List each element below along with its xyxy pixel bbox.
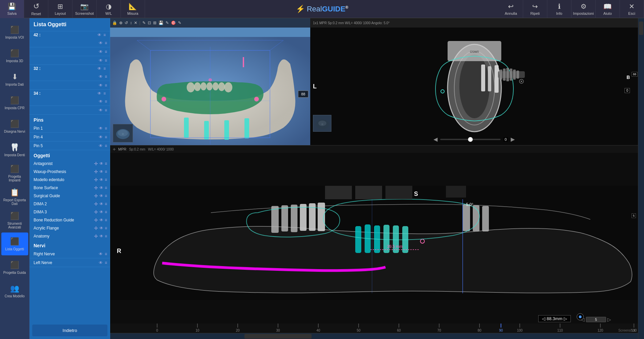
toolbar-aiuto[interactable]: 📖 Aiuto bbox=[596, 0, 620, 18]
toolbar-screenshot[interactable]: 📷 Screenshot bbox=[73, 0, 97, 18]
antagonist-menu[interactable]: ≡ bbox=[105, 161, 107, 166]
section-42-menu[interactable]: ≡ bbox=[103, 33, 106, 37]
bottom-panoramic-viewport[interactable]: ✛ MPR Sp:0.2 mm W/L= 4000/ 1000 bbox=[110, 145, 638, 333]
menu-34-2[interactable]: ≡ bbox=[105, 108, 107, 113]
3d-tb-flip[interactable]: ↕ bbox=[130, 20, 132, 25]
bottom-slider-left[interactable]: ◁ bbox=[581, 317, 585, 322]
acrylic-flange-move[interactable]: ✛ bbox=[94, 225, 98, 231]
eye-42-1[interactable]: 👁 bbox=[99, 41, 103, 45]
3d-tb-layout[interactable]: ⊞ bbox=[153, 20, 156, 25]
bottom-slider[interactable]: 5 bbox=[586, 317, 606, 322]
modello-menu[interactable]: ≡ bbox=[105, 177, 107, 182]
eye-42-2[interactable]: 👁 bbox=[99, 49, 103, 54]
left-nerve-eye[interactable]: 👁 bbox=[99, 260, 103, 265]
bone-surface-menu[interactable]: ≡ bbox=[105, 185, 107, 190]
sidebar-item-crea-modello[interactable]: 👥 Crea Modello bbox=[1, 280, 28, 302]
toolbar-wl[interactable]: ◑ W/L bbox=[97, 0, 121, 18]
3d-tb-reset[interactable]: ⊕ bbox=[119, 20, 123, 25]
back-button[interactable]: Indietro bbox=[32, 325, 107, 336]
pin-4-eye[interactable]: 👁 bbox=[99, 135, 103, 139]
pin-1-menu[interactable]: ≡ bbox=[105, 126, 107, 131]
3d-tb-undo[interactable]: ↺ bbox=[125, 20, 128, 25]
3d-dental-model[interactable]: 88 ☺ bbox=[110, 28, 310, 145]
dima3-move[interactable]: ✛ bbox=[94, 209, 98, 215]
surgical-guide-move[interactable]: ✛ bbox=[94, 193, 98, 199]
right-slider[interactable] bbox=[440, 139, 501, 140]
3d-tb-grid[interactable]: ⊡ bbox=[148, 20, 151, 25]
right-upper-viewport[interactable]: 1x1 MPR Sp:0.2 mm W/L= 4000/ 1000 Angolo… bbox=[310, 18, 638, 145]
dima2-eye[interactable]: 👁 bbox=[99, 202, 103, 206]
section-32-eye[interactable]: 👁 bbox=[97, 66, 101, 71]
ct-cross-section[interactable]: crown L B 0 bbox=[310, 28, 638, 145]
waxup-eye[interactable]: 👁 bbox=[99, 169, 103, 174]
toolbar-reset[interactable]: ↺ Reset bbox=[24, 0, 48, 18]
bone-reduction-eye[interactable]: 👁 bbox=[99, 218, 103, 222]
pin-5-menu[interactable]: ≡ bbox=[105, 143, 107, 148]
section-32-menu[interactable]: ≡ bbox=[103, 66, 106, 71]
anatomy-move[interactable]: ✛ bbox=[94, 234, 98, 239]
bone-surface-move[interactable]: ✛ bbox=[94, 185, 98, 190]
sidebar-item-imposta-3d[interactable]: ⬛ Imposta 3D bbox=[1, 44, 28, 67]
anatomy-menu[interactable]: ≡ bbox=[105, 234, 107, 239]
menu-32-2[interactable]: ≡ bbox=[105, 83, 107, 88]
antagonist-move[interactable]: ✛ bbox=[94, 161, 98, 166]
anatomy-eye[interactable]: 👁 bbox=[99, 234, 103, 239]
bottom-scrollbar[interactable] bbox=[110, 333, 638, 339]
left-nerve-menu[interactable]: ≡ bbox=[105, 260, 107, 265]
toolbar-esci[interactable]: ✕ Esci bbox=[620, 0, 644, 18]
antagonist-eye[interactable]: 👁 bbox=[99, 161, 103, 166]
modello-move[interactable]: ✛ bbox=[94, 177, 98, 182]
menu-42-1[interactable]: ≡ bbox=[105, 41, 107, 45]
acrylic-flange-menu[interactable]: ≡ bbox=[105, 226, 107, 230]
right-nerve-menu[interactable]: ≡ bbox=[105, 252, 107, 256]
sidebar-item-lista-oggetti[interactable]: ⬛ Lista Oggetti bbox=[1, 232, 28, 255]
pin-4-menu[interactable]: ≡ bbox=[105, 135, 107, 139]
toolbar-layout[interactable]: ⊞ Layout bbox=[48, 0, 73, 18]
pin-5-eye[interactable]: 👁 bbox=[99, 143, 103, 148]
dima2-menu[interactable]: ≡ bbox=[105, 202, 107, 206]
scroll-thumb-bottom[interactable] bbox=[244, 334, 312, 339]
3d-tb-edit1[interactable]: ✎ bbox=[142, 20, 146, 25]
3d-tb-close[interactable]: ✕ bbox=[134, 20, 137, 25]
right-slider-thumb[interactable] bbox=[468, 137, 473, 142]
sidebar-item-strumenti[interactable]: ⬛ Strumenti Avanzati bbox=[1, 209, 28, 232]
section-34-eye[interactable]: 👁 bbox=[97, 91, 101, 96]
section-34-menu[interactable]: ≡ bbox=[103, 91, 106, 96]
menu-42-3[interactable]: ≡ bbox=[105, 58, 107, 63]
3d-tb-lock[interactable]: 🔒 bbox=[112, 20, 117, 25]
toolbar-ripeti[interactable]: ↪ Ripeti bbox=[523, 0, 547, 18]
pin-1-eye[interactable]: 👁 bbox=[99, 126, 103, 131]
eye-42-3[interactable]: 👁 bbox=[99, 58, 103, 63]
toolbar-info[interactable]: ℹ Info bbox=[547, 0, 571, 18]
section-42-eye[interactable]: 👁 bbox=[97, 33, 101, 37]
eye-32-1[interactable]: 👁 bbox=[99, 74, 103, 79]
eye-34-1[interactable]: 👁 bbox=[99, 99, 103, 104]
sidebar-item-imposta-voi[interactable]: ⬛ Imposta VOI bbox=[1, 21, 28, 44]
eye-34-2[interactable]: 👁 bbox=[99, 108, 103, 113]
bone-reduction-move[interactable]: ✛ bbox=[94, 217, 98, 223]
panoramic-content[interactable]: 39.5 mm 5.0° R S 0 10 bbox=[110, 153, 638, 333]
surgical-guide-menu[interactable]: ≡ bbox=[105, 194, 107, 198]
right-arrow-icon[interactable]: ▷ bbox=[564, 316, 567, 321]
sidebar-item-imposta-cpr[interactable]: ⬛ Imposta CPR bbox=[1, 91, 28, 114]
bottom-move-icon[interactable]: ✛ bbox=[113, 147, 116, 151]
3d-tb-edit3[interactable]: ✎ bbox=[178, 20, 181, 25]
menu-42-2[interactable]: ≡ bbox=[105, 49, 107, 54]
sidebar-item-disegna-nervi[interactable]: ⬛ Disegna Nervi bbox=[1, 115, 28, 138]
acrylic-flange-eye[interactable]: 👁 bbox=[99, 226, 103, 230]
toolbar-misura[interactable]: 📐 Misura bbox=[121, 0, 145, 18]
toolbar-salva[interactable]: 💾 Salva bbox=[0, 0, 24, 18]
waxup-menu[interactable]: ≡ bbox=[105, 169, 107, 174]
eye-32-2[interactable]: 👁 bbox=[99, 83, 103, 88]
menu-32-1[interactable]: ≡ bbox=[105, 74, 107, 79]
bone-surface-eye[interactable]: 👁 bbox=[99, 185, 103, 190]
modello-eye[interactable]: 👁 bbox=[99, 177, 103, 182]
slider-right-arrow[interactable]: ▶ bbox=[511, 136, 515, 142]
main-3d-viewport[interactable]: 🔒 ⊕ ↺ ↕ ✕ | ✎ ⊡ ⊞ 💾 ✎ 🎯 ✎ bbox=[110, 18, 310, 145]
sidebar-item-imposta-denti[interactable]: 🦷 Imposta Denti bbox=[1, 138, 28, 161]
dima3-eye[interactable]: 👁 bbox=[99, 210, 103, 214]
right-nerve-eye[interactable]: 👁 bbox=[99, 252, 103, 256]
bottom-slider-right[interactable]: ▷ bbox=[607, 317, 611, 322]
surgical-guide-eye[interactable]: 👁 bbox=[99, 194, 103, 198]
waxup-move[interactable]: ✛ bbox=[94, 169, 98, 174]
